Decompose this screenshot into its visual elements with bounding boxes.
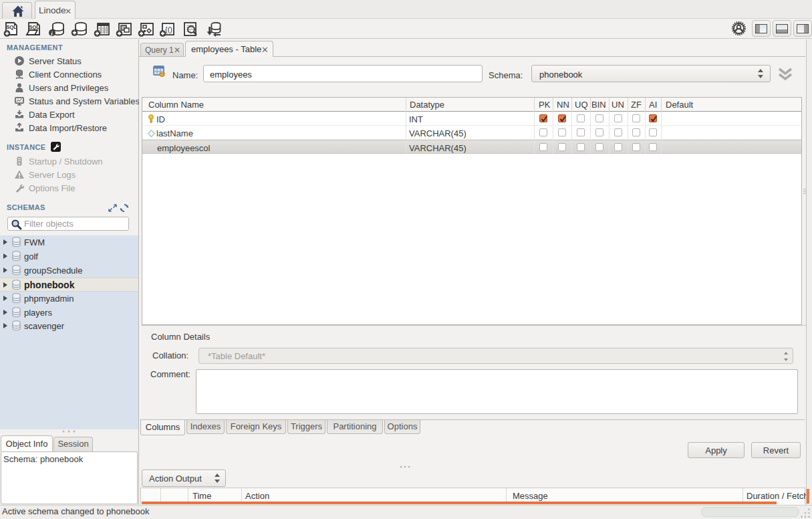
svg-text:SQL: SQL [7, 24, 17, 30]
svg-text:{(): {() [165, 25, 172, 33]
svg-text:SQL: SQL [29, 24, 40, 30]
